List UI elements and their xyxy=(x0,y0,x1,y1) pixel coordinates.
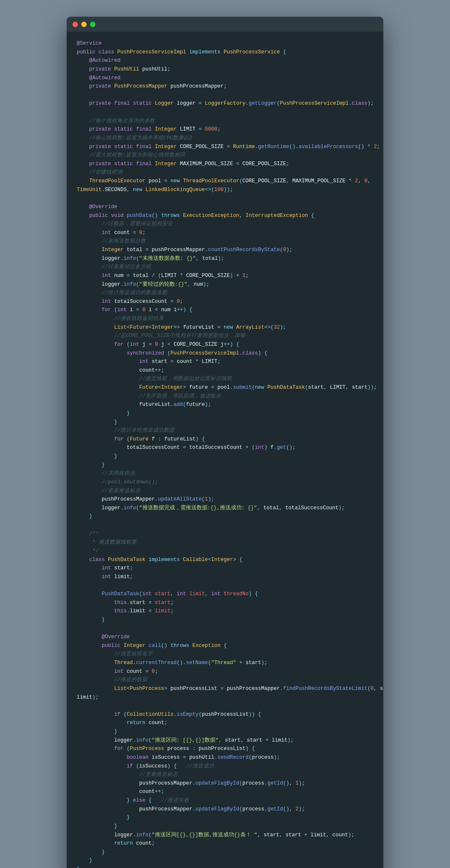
close-button[interactable] xyxy=(72,22,78,27)
titlebar xyxy=(67,17,383,32)
code-content: @Service public class PushProcessService… xyxy=(67,32,383,868)
code-editor-window: @Service public class PushProcessService… xyxy=(67,17,383,868)
maximize-button[interactable] xyxy=(90,22,95,27)
minimize-button[interactable] xyxy=(81,22,87,27)
